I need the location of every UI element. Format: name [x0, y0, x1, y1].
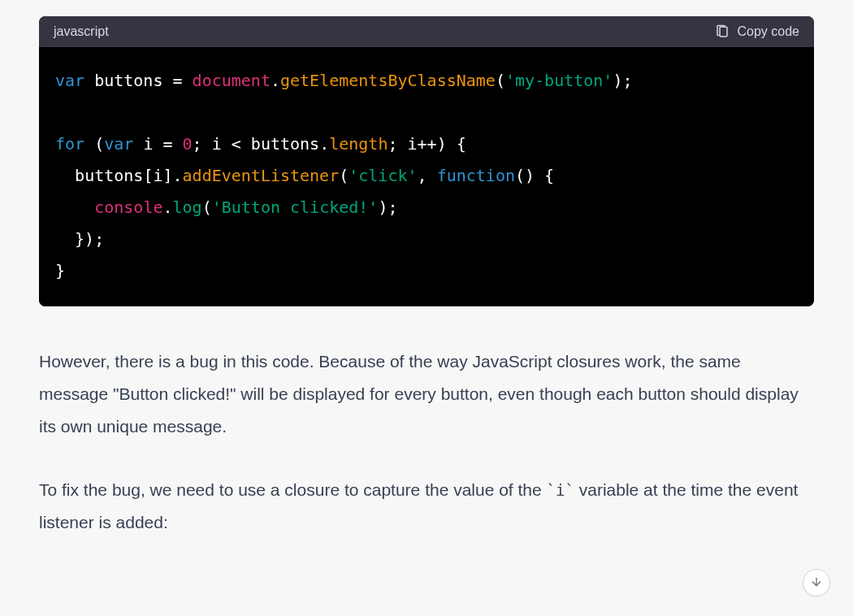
arrow-down-icon: [810, 575, 823, 591]
code-language-label: javascript: [54, 24, 109, 39]
code-body[interactable]: var buttons = document.getElementsByClas…: [39, 47, 814, 306]
code-token: for: [55, 134, 84, 154]
code-token: );: [613, 71, 632, 90]
code-token: (: [339, 166, 349, 185]
code-token: 'Button clicked!': [212, 197, 379, 217]
scroll-down-button[interactable]: [803, 569, 830, 596]
code-token: console: [94, 197, 162, 217]
paragraph: To fix the bug, we need to use a closure…: [39, 474, 814, 539]
code-block: javascript Copy code var buttons = docum…: [39, 16, 814, 306]
code-token: ; i++) {: [388, 134, 465, 154]
copy-code-label: Copy code: [738, 24, 800, 39]
code-token: (: [84, 134, 104, 154]
inline-code: `i`: [547, 481, 574, 499]
code-token: });: [55, 229, 104, 249]
code-token: var: [104, 134, 133, 154]
code-token: (: [496, 71, 505, 90]
code-block-header: javascript Copy code: [39, 16, 814, 47]
code-token: .: [162, 197, 172, 217]
text: However, there is a bug in this code. Be…: [39, 352, 799, 436]
text: To fix the bug, we need to use a closure…: [39, 480, 547, 499]
code-token: 'click': [349, 166, 417, 185]
code-token: }: [55, 261, 65, 280]
code-token: .: [271, 71, 280, 90]
code-token: [55, 197, 94, 217]
code-token: document: [193, 71, 271, 90]
code-token: function: [437, 166, 515, 185]
code-token: );: [378, 197, 397, 217]
code-token: =: [173, 71, 193, 90]
code-token: getElementsByClassName: [280, 71, 496, 90]
code-token: (: [202, 197, 212, 217]
code-token: [55, 166, 75, 185]
explanation-text: However, there is a bug in this code. Be…: [39, 345, 814, 538]
code-token: var: [55, 71, 84, 90]
code-token: log: [173, 197, 202, 217]
code-token: length: [329, 134, 388, 154]
svg-rect-0: [720, 27, 727, 37]
code-token: ,: [418, 166, 437, 185]
code-token: addEventListener: [183, 166, 340, 185]
copy-code-button[interactable]: Copy code: [715, 24, 800, 39]
code-token: () {: [515, 166, 554, 185]
clipboard-icon: [715, 24, 730, 39]
code-token: i =: [133, 134, 182, 154]
code-token: buttons[i].: [75, 166, 182, 185]
paragraph: However, there is a bug in this code. Be…: [39, 345, 814, 443]
code-token: ; i < buttons.: [193, 134, 330, 154]
code-token: buttons: [84, 71, 172, 90]
code-token: 'my-button': [505, 71, 613, 90]
code-token: 0: [183, 134, 193, 154]
